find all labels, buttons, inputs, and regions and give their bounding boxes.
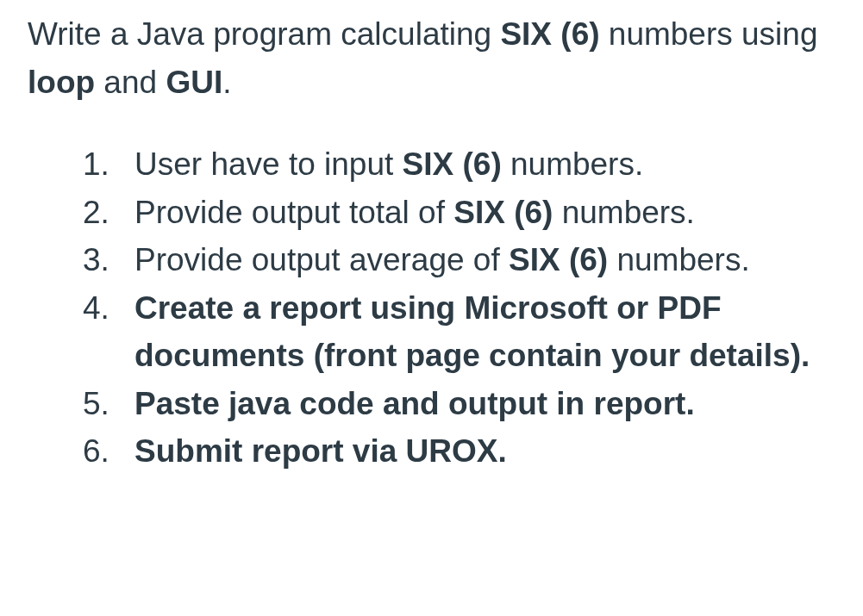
list-text-bold: SIX (6) [403, 146, 502, 182]
list-text: Provide output average of [134, 242, 509, 277]
intro-paragraph: Write a Java program calculating SIX (6)… [28, 10, 856, 106]
intro-bold-1: SIX (6) [500, 16, 599, 52]
list-item: User have to input SIX (6) numbers. [83, 140, 856, 189]
list-text: User have to input [134, 146, 403, 182]
list-text: numbers. [502, 146, 644, 182]
list-item: Create a report using Microsoft or PDF d… [83, 284, 856, 380]
list-text-bold: SIX (6) [509, 242, 608, 277]
intro-bold-3: GUI [166, 65, 222, 100]
list-text-bold: Create a report using Microsoft or PDF d… [134, 290, 810, 374]
requirements-list: User have to input SIX (6) numbers. Prov… [28, 140, 856, 476]
list-item: Provide output average of SIX (6) number… [83, 236, 856, 284]
intro-text-4: . [222, 65, 231, 100]
list-item: Paste java code and output in report. [83, 380, 856, 428]
list-item: Provide output total of SIX (6) numbers. [83, 189, 856, 237]
intro-text-3: and [95, 65, 166, 100]
list-text: numbers. [608, 242, 750, 277]
intro-text-1: Write a Java program calculating [28, 16, 500, 52]
list-text-bold: Paste java code and output in report. [134, 386, 695, 421]
list-text: numbers. [553, 195, 695, 230]
list-text-bold: SIX (6) [453, 195, 553, 230]
list-text: Provide output total of [134, 195, 453, 230]
intro-text-2: numbers using [600, 16, 818, 52]
list-item: Submit report via UROX. [83, 427, 856, 476]
intro-bold-2: loop [28, 65, 95, 100]
list-text-bold: Submit report via UROX. [134, 433, 507, 469]
